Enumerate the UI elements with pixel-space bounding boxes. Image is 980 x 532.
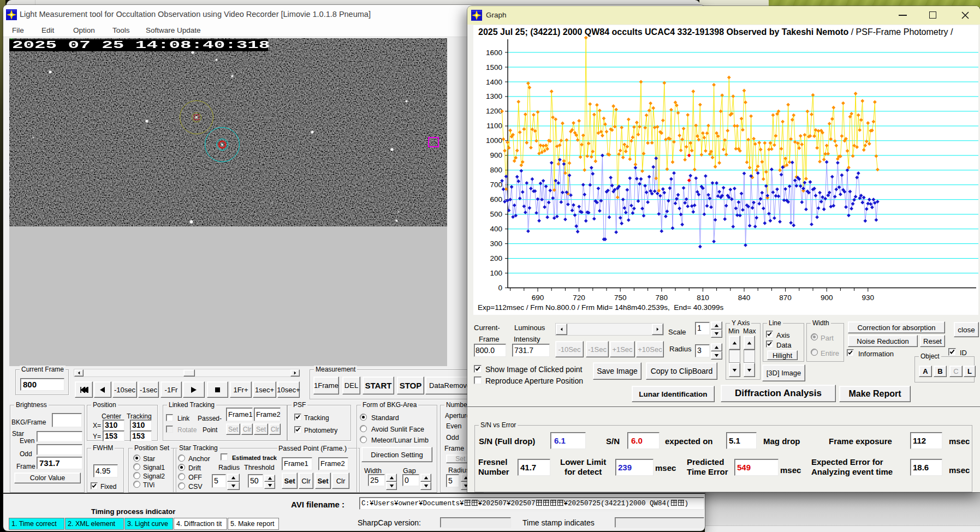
svg-text:780: 780 xyxy=(656,294,668,302)
svg-text:720: 720 xyxy=(573,294,585,302)
svg-text:1200: 1200 xyxy=(486,107,502,115)
svg-text:400: 400 xyxy=(490,225,502,233)
svg-text:1600: 1600 xyxy=(486,49,502,57)
svg-text:500: 500 xyxy=(490,210,502,218)
svg-text:1400: 1400 xyxy=(486,78,502,86)
svg-text:1000: 1000 xyxy=(486,136,502,145)
svg-text:300: 300 xyxy=(490,240,502,248)
svg-text:600: 600 xyxy=(490,195,502,204)
svg-text:690: 690 xyxy=(532,294,544,302)
svg-text:800: 800 xyxy=(490,166,502,174)
svg-text:810: 810 xyxy=(697,294,709,302)
svg-text:900: 900 xyxy=(821,294,833,302)
svg-text:750: 750 xyxy=(614,294,627,302)
svg-text:840: 840 xyxy=(738,294,751,302)
svg-text:900: 900 xyxy=(490,151,502,159)
svg-text:1300: 1300 xyxy=(486,92,502,100)
svg-text:1500: 1500 xyxy=(486,63,502,71)
svg-text:200: 200 xyxy=(490,254,502,262)
svg-text:1100: 1100 xyxy=(486,122,502,130)
svg-text:0: 0 xyxy=(498,284,502,292)
svg-text:870: 870 xyxy=(779,294,792,302)
svg-text:930: 930 xyxy=(862,294,875,302)
svg-text:700: 700 xyxy=(490,181,502,189)
svg-text:100: 100 xyxy=(490,269,502,277)
